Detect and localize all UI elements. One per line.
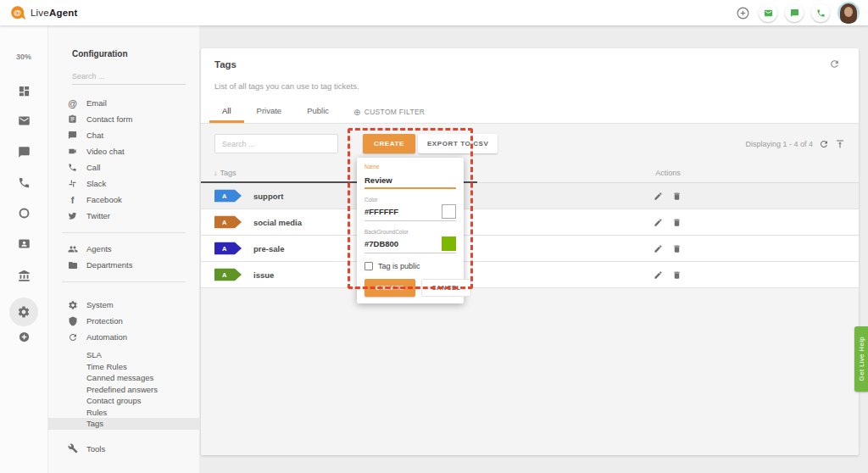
add-new-button[interactable] (734, 4, 751, 21)
plus-circle-icon (736, 6, 750, 20)
chats-button[interactable] (785, 3, 804, 22)
contact-card-icon (18, 237, 31, 250)
sidebar-item-call[interactable]: Call (48, 159, 199, 175)
table-row[interactable]: A social media (201, 209, 859, 236)
edit-button[interactable] (654, 218, 663, 227)
refresh-icon (819, 139, 829, 149)
tag-name-input[interactable] (364, 175, 456, 189)
rail-item-addons[interactable] (0, 331, 47, 343)
dialog-cancel-button[interactable]: CANCEL (421, 279, 471, 297)
plus-circle-icon: ⊕ (353, 108, 361, 117)
dashboard-icon (18, 85, 31, 97)
table-search-input[interactable] (214, 134, 338, 153)
tag-name: issue (253, 270, 274, 280)
rail-item-dashboard[interactable] (0, 85, 47, 97)
sidebar-item-slack[interactable]: Slack (48, 175, 199, 192)
create-button[interactable]: CREATE (363, 134, 415, 153)
dialog-create-button[interactable]: CREATE (364, 279, 415, 297)
refresh-button[interactable] (829, 58, 840, 70)
delete-button[interactable] (672, 192, 682, 201)
sidebar-item-email[interactable]: @ Email (48, 95, 199, 111)
delete-button[interactable] (672, 244, 682, 253)
sidebar-item-facebook[interactable]: f Facebook (48, 192, 199, 208)
sidebar-subitem-rules[interactable]: Rules (48, 407, 199, 419)
card-header: Tags List of all tags you can use to tag… (201, 48, 859, 123)
edit-button[interactable] (654, 270, 663, 280)
table-row[interactable]: A issue (201, 262, 859, 288)
table-row[interactable]: A pre-sale (201, 236, 859, 262)
phone-icon (66, 163, 79, 172)
sidebar-search (72, 67, 186, 85)
facebook-icon: f (66, 195, 79, 205)
rail-item-tickets[interactable] (0, 114, 47, 127)
background-color-value[interactable]: #7DB800 (364, 239, 398, 248)
export-csv-button[interactable]: EXPORT TO CSV (418, 134, 498, 153)
edit-button[interactable] (654, 192, 663, 201)
table-row[interactable]: A support (201, 183, 859, 209)
sidebar-item-departments[interactable]: Departments (48, 257, 199, 273)
edit-button[interactable] (654, 244, 663, 253)
get-live-help-button[interactable]: Get Live Help (854, 326, 868, 392)
sidebar-search-input[interactable] (72, 72, 186, 84)
at-icon: @ (66, 98, 79, 109)
sidebar-item-agents[interactable]: Agents (48, 241, 199, 257)
sidebar-subitem-time-rules[interactable]: Time Rules (48, 361, 199, 373)
sidebar-subitem-tags[interactable]: Tags (48, 418, 199, 430)
rail-item-calls[interactable] (0, 176, 47, 189)
tag-public-checkbox[interactable] (364, 262, 373, 270)
tab-public[interactable]: Public (294, 101, 342, 123)
calls-button[interactable] (811, 3, 830, 22)
delete-button[interactable] (672, 218, 682, 227)
rail-item-billing[interactable] (0, 270, 47, 282)
tab-all[interactable]: All (209, 101, 244, 123)
scroll-top-button[interactable] (835, 139, 845, 149)
mail-icon (18, 114, 31, 127)
sidebar-subitem-canned-messages[interactable]: Canned messages (48, 372, 199, 384)
tag-badge: A (214, 215, 242, 230)
liveagent-logo[interactable]: @ LiveAgent (10, 5, 78, 21)
top-bar: @ LiveAgent (0, 0, 868, 25)
color-value[interactable]: #FFFFFF (364, 207, 398, 216)
background-color-swatch[interactable] (442, 236, 456, 251)
sidebar-item-system[interactable]: System (48, 297, 199, 313)
bank-icon (18, 270, 31, 282)
phone-icon (18, 176, 31, 189)
refresh-list-button[interactable] (819, 139, 829, 149)
pencil-icon (654, 218, 663, 227)
pencil-icon (654, 192, 663, 201)
tickets-button[interactable] (759, 3, 777, 22)
rail-item-status[interactable] (0, 207, 47, 220)
delete-button[interactable] (672, 270, 682, 280)
sidebar-subitem-contact-groups[interactable]: Contact groups (48, 395, 199, 407)
color-swatch[interactable] (442, 204, 456, 219)
background-color-label: BackGroundColor (364, 229, 456, 235)
rail-item-chats[interactable] (0, 146, 47, 159)
twitter-icon (66, 211, 79, 220)
mail-icon (764, 8, 773, 18)
tag-badge: A (214, 242, 242, 256)
tag-public-label: Tag is public (378, 262, 420, 270)
tag-name: pre-sale (253, 244, 284, 253)
rail-item-customers[interactable] (0, 237, 47, 250)
sidebar-item-twitter[interactable]: Twitter (48, 208, 199, 224)
sidebar-subitem-predefined-answers[interactable]: Predefined answers (48, 384, 199, 396)
brand-text: LiveAgent (31, 8, 78, 18)
avatar-face (844, 7, 853, 17)
ring-icon (18, 207, 31, 220)
sidebar-item-contact-form[interactable]: Contact form (48, 111, 199, 127)
sidebar-item-automation[interactable]: Automation (48, 329, 199, 345)
sidebar-item-video-chat[interactable]: Video chat (48, 143, 199, 159)
configuration-sidebar: Configuration @ Email Contact form Chat … (48, 25, 199, 473)
sidebar-subitem-sla[interactable]: SLA (48, 349, 199, 361)
tab-private[interactable]: Private (244, 101, 295, 123)
page-description: List of all tags you can use to tag tick… (214, 81, 359, 91)
rail-item-configuration[interactable] (0, 298, 47, 326)
user-avatar[interactable] (837, 2, 860, 24)
logo-bubble-icon: @ (10, 5, 26, 21)
sort-descending-icon: ↓ (214, 169, 218, 177)
pencil-icon (654, 270, 663, 280)
sidebar-item-tools[interactable]: Tools (48, 441, 199, 457)
sidebar-item-protection[interactable]: Protection (48, 313, 199, 329)
sidebar-item-chat[interactable]: Chat (48, 127, 199, 143)
custom-filter-button[interactable]: ⊕ CUSTOM FILTER (342, 101, 437, 123)
